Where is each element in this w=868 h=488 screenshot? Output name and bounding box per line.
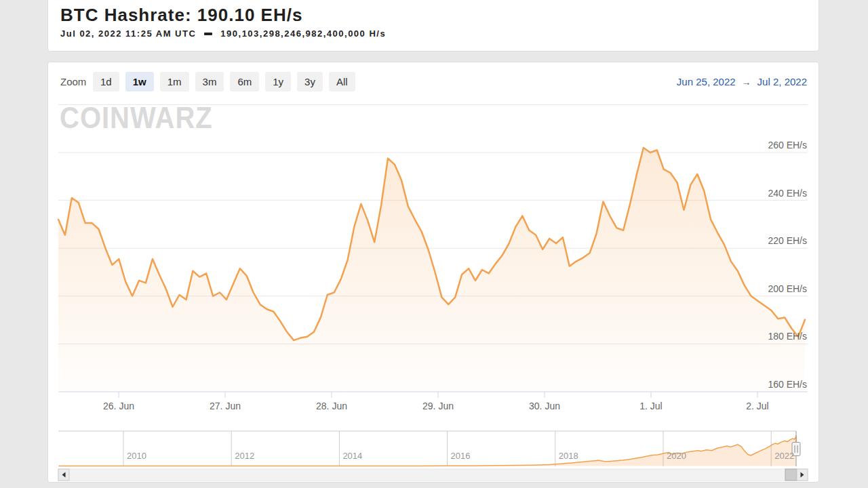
- page-title: BTC Hashrate: 190.10 EH/s: [60, 5, 302, 26]
- x-axis-label: 29. Jun: [408, 401, 469, 411]
- x-axis-label: 2. Jul: [727, 401, 788, 411]
- plot-area[interactable]: [58, 89, 808, 392]
- y-axis-label: 240 EH/s: [753, 188, 807, 199]
- page-subtitle: Jul 02, 2022 11:25 AM UTC 190,103,298,24…: [60, 28, 386, 39]
- y-axis-label: 160 EH/s: [753, 379, 807, 390]
- navigator-year-label: 2010: [127, 451, 146, 461]
- subtitle-timestamp: Jul 02, 2022 11:25 AM UTC: [60, 28, 196, 39]
- x-axis-label: 1. Jul: [620, 401, 682, 411]
- x-axis-label: 26. Jun: [88, 401, 149, 411]
- header-card: BTC Hashrate: 190.10 EH/s Jul 02, 2022 1…: [47, 0, 819, 52]
- chart-card: Zoom 1d 1w 1m 3m 6m 1y 3y All Jun 25, 20…: [47, 62, 819, 483]
- navigator-year-label: 2022: [774, 451, 794, 461]
- y-axis-label: 200 EH/s: [753, 283, 807, 294]
- dash-icon: [204, 33, 212, 35]
- navigator-year-label: 2014: [342, 451, 362, 461]
- navigator-year-label: 2016: [451, 451, 471, 461]
- y-axis-label: 220 EH/s: [753, 235, 807, 246]
- chart-svg: [48, 62, 818, 482]
- page: BTC Hashrate: 190.10 EH/s Jul 02, 2022 1…: [0, 0, 868, 488]
- scrollbar-right-button[interactable]: [797, 469, 808, 481]
- navigator-year-label: 2020: [667, 451, 686, 461]
- subtitle-hashrate-full: 190,103,298,246,982,400,000 H/s: [220, 28, 386, 39]
- navigator-year-label: 2018: [559, 451, 578, 461]
- y-axis-label: 260 EH/s: [753, 140, 807, 150]
- y-axis-label: 180 EH/s: [753, 331, 807, 342]
- navigator-year-label: 2012: [235, 451, 254, 461]
- scrollbar-track[interactable]: [58, 469, 808, 481]
- navigator-area[interactable]: [58, 431, 796, 466]
- scrollbar-thumb[interactable]: [785, 469, 797, 481]
- x-axis-label: 30. Jun: [514, 401, 575, 411]
- x-axis-label: 27. Jun: [195, 401, 256, 411]
- x-axis-label: 28. Jun: [301, 401, 362, 411]
- scrollbar-left-button[interactable]: [58, 469, 69, 481]
